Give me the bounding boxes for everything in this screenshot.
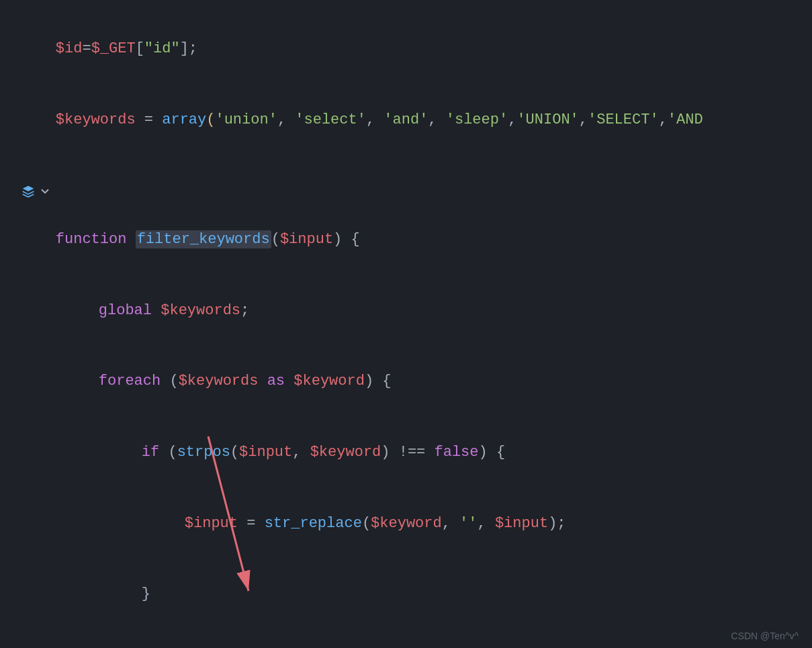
collapse-row [20,179,792,204]
string-id: "id" [144,40,180,57]
code-line-str-replace: $input = str_replace($keyword, '', $inpu… [20,488,792,559]
code-line-function: function filter_keywords($input) { [20,204,792,275]
superglobal-get: $_GET [91,40,136,57]
code-line-close-if: } [20,559,792,630]
var-keywords-global: $keywords [161,302,240,319]
code-line-global: global $keywords; [20,275,792,346]
keyword-foreach: foreach [99,373,161,389]
code-line-if: if (strpos($input, $keyword) !== false) … [20,417,792,488]
func-array: array [162,111,206,128]
func-str-replace: str_replace [265,515,362,532]
code-line-1: $id=$_GET["id"]; [20,13,792,85]
keyword-global: global [99,302,152,319]
code-line-close-foreach: } [20,630,792,649]
code-line-2: $keywords = array('union', 'select', 'an… [20,85,792,156]
func-strpos: strpos [177,444,230,461]
var-id: $id [56,40,83,57]
collapse-icon[interactable] [20,183,36,199]
code-line-foreach: foreach ($keywords as $keyword) { [20,346,792,417]
keyword-function: function [56,231,127,248]
code-editor: $id=$_GET["id"]; $keywords = array('unio… [0,0,812,648]
chevron-down-icon [39,185,51,197]
keyword-if: if [142,444,159,461]
watermark: CSDN @Ten^v^ [731,631,799,641]
param-input: $input [280,231,333,248]
var-keywords: $keywords [56,111,136,128]
blank-line-1 [20,155,792,179]
func-filter-keywords: filter_keywords [136,230,271,248]
